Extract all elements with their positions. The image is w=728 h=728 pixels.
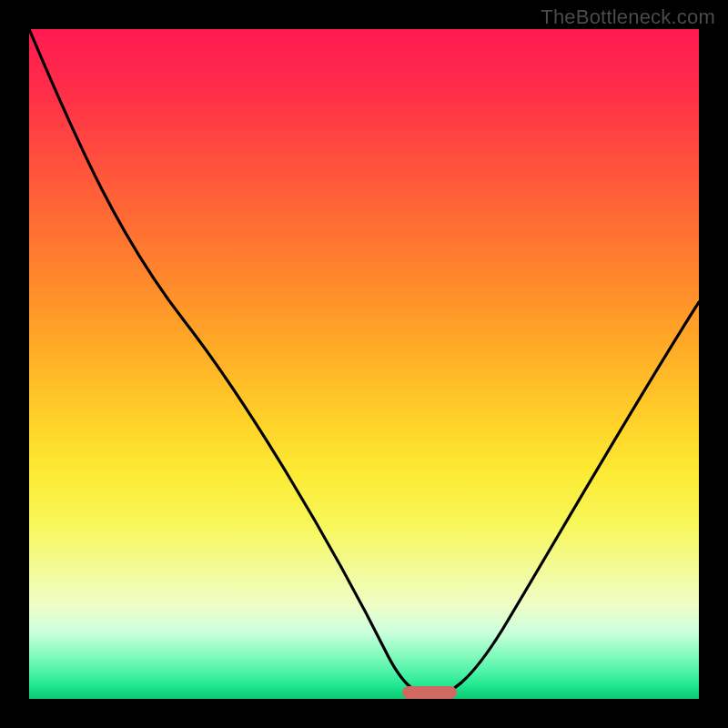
watermark-label: TheBottleneck.com xyxy=(541,5,715,29)
plot-area xyxy=(29,29,699,699)
chart-frame: TheBottleneck.com xyxy=(0,0,728,728)
optimal-range-marker xyxy=(402,686,457,699)
bottleneck-curve-path xyxy=(29,29,699,695)
curve-svg xyxy=(29,29,699,699)
